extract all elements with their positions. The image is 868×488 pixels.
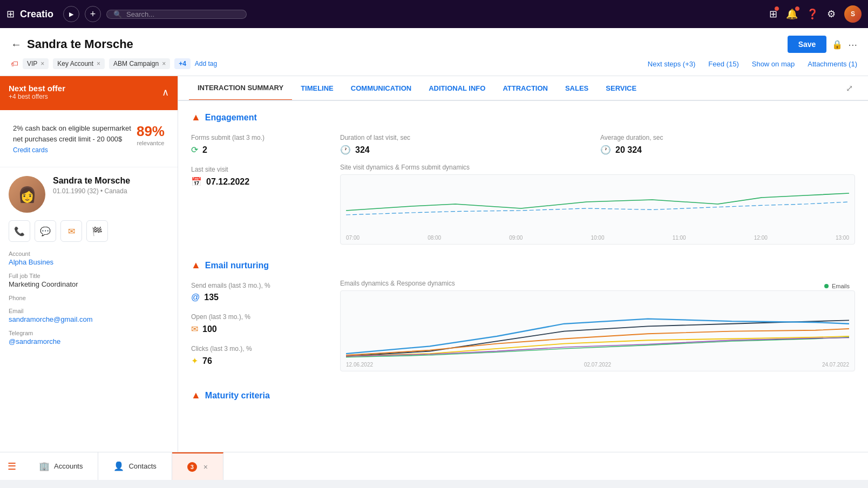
- duration-last-label: Duration of last visit, sec: [340, 134, 595, 141]
- next-steps-link[interactable]: Next steps (+3): [648, 60, 696, 68]
- call-button[interactable]: 📞: [9, 220, 30, 242]
- contact-name: Sandra te Morsche: [53, 176, 130, 186]
- help-icon[interactable]: ❓: [806, 8, 818, 20]
- contact-card: 👩 Sandra te Morsche 01.01.1990 (32) • Ca…: [0, 167, 178, 361]
- tag-abm-campaign[interactable]: ABM Campaign ×: [109, 58, 170, 69]
- taskbar-extra[interactable]: 3 ×: [172, 452, 223, 480]
- contact-phone-field: Phone: [9, 295, 169, 301]
- settings-icon[interactable]: ⚙: [827, 8, 836, 20]
- nav-icons: ⊞ 🔔 ❓ ⚙ S: [769, 5, 862, 23]
- right-panel: INTERACTION SUMMARY TIMELINE COMMUNICATI…: [178, 76, 868, 452]
- forms-submit-label: Forms submit (last 3 mo.): [191, 134, 331, 141]
- nbo-offer-card: 2% cash back on eligible supermarket net…: [5, 116, 172, 161]
- apps-icon[interactable]: ⊞: [769, 8, 777, 20]
- tab-communication[interactable]: COMMUNICATION: [342, 77, 420, 100]
- email-chart-dates: 12.06.2022 02.07.2022 24.07.2022: [346, 362, 849, 368]
- engagement-chart-container: Site visit dynamics & Forms submit dynam…: [340, 164, 855, 245]
- page-header: ← Sandra te Morsche Save 🔒 ··· 🏷 VIP × K…: [0, 28, 868, 76]
- emails-legend-label: Emails: [832, 283, 850, 289]
- expand-icon[interactable]: ⤢: [842, 79, 857, 98]
- tag-vip-close[interactable]: ×: [40, 60, 44, 67]
- last-visit-value: 07.12.2022: [206, 177, 249, 187]
- contact-account-link[interactable]: Alpha Busines: [9, 258, 169, 266]
- nbo-card: Next best offer +4 best offers ∧: [0, 76, 178, 110]
- tab-content: ▲ Engagement Forms submit (last 3 mo.) ⟳…: [178, 101, 868, 452]
- taskbar-menu-button[interactable]: ☰: [0, 452, 24, 480]
- tab-timeline[interactable]: TIMELINE: [292, 77, 342, 100]
- engagement-title[interactable]: Engagement: [205, 113, 257, 123]
- show-on-map-link[interactable]: Show on map: [752, 60, 795, 68]
- forms-submit-icon: ⟳: [191, 145, 198, 155]
- contact-jobtitle-field: Full job Title Marketing Coordinator: [9, 273, 169, 288]
- notifications-icon[interactable]: 🔔: [786, 8, 798, 20]
- tag-key-account[interactable]: Key Account ×: [53, 58, 105, 69]
- taskbar-contacts[interactable]: 👤 Contacts: [98, 452, 172, 480]
- engagement-metrics: Forms submit (last 3 mo.) ⟳ 2 Last site …: [191, 132, 331, 245]
- flag-button[interactable]: 🏁: [86, 220, 108, 242]
- email-chart: 12.06.2022 02.07.2022 24.07.2022: [340, 290, 855, 371]
- nbo-offer-link[interactable]: Credit cards: [13, 146, 137, 154]
- tab-additional-info[interactable]: ADITIONAL INFO: [420, 77, 494, 100]
- chat-button[interactable]: 💬: [35, 220, 56, 242]
- tab-attraction[interactable]: ATTRACTION: [494, 77, 557, 100]
- page-title: Sandra te Morsche: [27, 37, 133, 51]
- email-nurturing-title[interactable]: Email nurturing: [205, 261, 269, 270]
- add-tag-button[interactable]: Add tag: [195, 60, 217, 67]
- tag-vip[interactable]: VIP ×: [23, 58, 49, 69]
- maturity-section: ▲ Maturity criteria: [191, 390, 855, 401]
- back-button[interactable]: ←: [11, 38, 22, 51]
- email-nurturing-section: ▲ Email nurturing Send emails (last 3 mo…: [191, 260, 855, 375]
- tag-key-account-close[interactable]: ×: [97, 60, 100, 67]
- nbo-title: Next best offer: [9, 84, 65, 93]
- avg-duration-icon: 🕐: [600, 145, 611, 155]
- nbo-percent: 89%: [137, 123, 165, 140]
- taskbar-accounts[interactable]: 🏢 Accounts: [24, 452, 98, 480]
- save-button[interactable]: Save: [788, 36, 827, 53]
- tab-interaction-summary[interactable]: INTERACTION SUMMARY: [189, 76, 292, 101]
- accounts-label: Accounts: [54, 462, 83, 470]
- lock-icon[interactable]: 🔒: [832, 39, 843, 50]
- contact-email-field: Email sandramorche@gmail.com: [9, 308, 169, 323]
- contact-telegram-link[interactable]: @sandramorche: [9, 337, 169, 345]
- more-options-button[interactable]: ···: [848, 38, 857, 51]
- top-navigation: ⊞ Creatio ▶ + 🔍 ⊞ 🔔 ❓ ⚙ S: [0, 0, 868, 28]
- tag-row: 🏷 VIP × Key Account × ABM Campaign × +4 …: [11, 58, 857, 76]
- search-icon: 🔍: [113, 10, 122, 18]
- nbo-collapse-button[interactable]: ∧: [162, 86, 169, 98]
- email-legend: Emails: [824, 283, 850, 289]
- nbo-relevance: 89% relevantce: [137, 123, 165, 146]
- engagement-arrow-icon: ▲: [191, 112, 201, 123]
- email-button[interactable]: ✉: [60, 220, 82, 242]
- chart-title: Site visit dynamics & Forms submit dynam…: [340, 164, 855, 171]
- chart-time-labels: 07:00 08:00 09:00 10:00 11:00 12:00 13:0…: [346, 235, 849, 241]
- contact-actions: 📞 💬 ✉ 🏁: [9, 220, 169, 242]
- contacts-icon: 👤: [113, 461, 124, 471]
- send-emails-icon: @: [191, 293, 200, 302]
- send-emails-value: 135: [204, 293, 219, 302]
- tab-service[interactable]: SERVICE: [597, 77, 645, 100]
- clicks-icon: ✦: [191, 356, 198, 366]
- open-value: 100: [202, 324, 217, 334]
- tag-more[interactable]: +4: [174, 58, 191, 69]
- engagement-metrics-right: Duration of last visit, sec 🕐 324 Averag…: [340, 132, 855, 245]
- tabs-bar: INTERACTION SUMMARY TIMELINE COMMUNICATI…: [178, 76, 868, 101]
- maturity-title[interactable]: Maturity criteria: [205, 391, 270, 401]
- contact-jobtitle-value: Marketing Coordinator: [9, 280, 169, 288]
- left-panel: Next best offer +4 best offers ∧ 2% cash…: [0, 76, 178, 452]
- user-avatar[interactable]: S: [844, 5, 862, 23]
- avg-duration-label: Average duration, sec: [600, 134, 855, 141]
- tab-sales[interactable]: SALES: [557, 77, 597, 100]
- extra-close-button[interactable]: ×: [204, 463, 208, 471]
- app-logo: Creatio: [20, 9, 53, 20]
- main-layout: Next best offer +4 best offers ∧ 2% cash…: [0, 76, 868, 452]
- search-input[interactable]: [126, 10, 240, 18]
- attachments-link[interactable]: Attachments (1): [808, 60, 857, 68]
- open-label: Open (last 3 mo.), %: [191, 313, 331, 321]
- contact-email-link[interactable]: sandramorche@gmail.com: [9, 315, 169, 323]
- add-button[interactable]: +: [85, 6, 101, 22]
- nbo-offer-text: 2% cash back on eligible supermarket net…: [13, 123, 137, 144]
- feed-link[interactable]: Feed (15): [708, 60, 738, 68]
- grid-icon[interactable]: ⊞: [6, 8, 15, 20]
- tag-abm-campaign-close[interactable]: ×: [162, 60, 166, 67]
- play-button[interactable]: ▶: [63, 6, 79, 22]
